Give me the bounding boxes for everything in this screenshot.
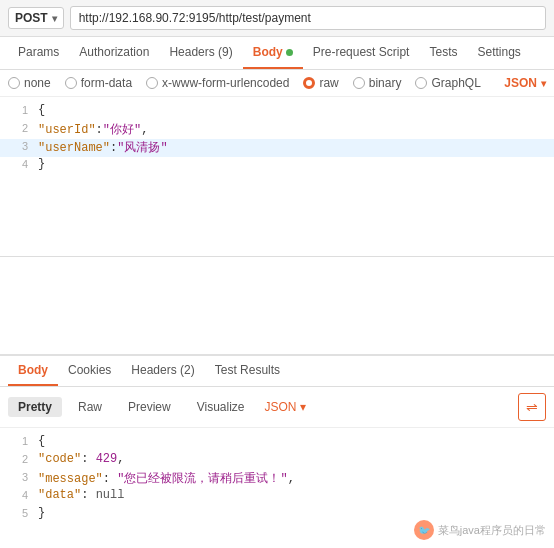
req-linenum-4: 4 [8,157,28,170]
format-binary-label: binary [369,76,402,90]
format-graphql[interactable]: GraphQL [415,76,480,90]
resp-tab-body[interactable]: Body [8,356,58,386]
req-line-1: 1 { [0,103,554,121]
resp-wrap-icon[interactable]: ⇌ [518,393,546,421]
method-select[interactable]: POST ▾ [8,7,64,29]
format-urlencoded[interactable]: x-www-form-urlencoded [146,76,289,90]
json-format-select[interactable]: JSON ▾ [504,76,546,90]
req-line-3: 3 "userName":"风清扬" [0,139,554,157]
resp-tab-test-results[interactable]: Test Results [205,356,290,386]
request-tabs-row: Params Authorization Headers (9) Body Pr… [0,37,554,70]
main-container: POST ▾ Params Authorization Headers (9) … [0,0,554,548]
response-tabs-row: Body Cookies Headers (2) Test Results [0,356,554,387]
radio-urlencoded [146,77,158,89]
resp-linecontent-5: } [38,506,45,520]
tab-settings[interactable]: Settings [467,37,530,69]
tab-pre-request[interactable]: Pre-request Script [303,37,420,69]
resp-tab-cookies[interactable]: Cookies [58,356,121,386]
req-linecontent-3: "userName":"风清扬" [38,139,168,156]
req-linenum-2: 2 [8,121,28,134]
req-linenum-1: 1 [8,103,28,116]
json-dropdown-arrow: ▾ [541,78,546,89]
url-bar: POST ▾ [0,0,554,37]
resp-icon-symbol: ⇌ [526,399,538,415]
req-linecontent-2: "userId":"你好", [38,121,148,138]
resp-linenum-2: 2 [8,452,28,465]
resp-line-2: 2 "code": 429, [0,452,554,470]
resp-linenum-1: 1 [8,434,28,447]
req-linecontent-1: { [38,103,45,117]
format-raw-label: raw [319,76,338,90]
resp-linecontent-2: "code": 429, [38,452,124,466]
tab-authorization[interactable]: Authorization [69,37,159,69]
format-binary[interactable]: binary [353,76,402,90]
resp-btn-preview[interactable]: Preview [118,397,181,417]
json-format-label: JSON [504,76,537,90]
watermark: 🐦 菜鸟java程序员的日常 [414,520,546,540]
tab-tests[interactable]: Tests [419,37,467,69]
format-form-data-label: form-data [81,76,132,90]
format-none[interactable]: none [8,76,51,90]
tab-params[interactable]: Params [8,37,69,69]
watermark-text: 菜鸟java程序员的日常 [438,523,546,538]
format-none-label: none [24,76,51,90]
watermark-icon: 🐦 [414,520,434,540]
resp-format-row: Pretty Raw Preview Visualize JSON ▾ ⇌ [0,387,554,428]
resp-btn-raw[interactable]: Raw [68,397,112,417]
resp-line-3: 3 "message": "您已经被限流，请稍后重试！", [0,470,554,488]
resp-tab-headers[interactable]: Headers (2) [121,356,204,386]
radio-graphql [415,77,427,89]
resp-linenum-5: 5 [8,506,28,519]
radio-form-data [65,77,77,89]
resp-linecontent-4: "data": null [38,488,124,502]
req-line-2: 2 "userId":"你好", [0,121,554,139]
req-linecontent-4: } [38,157,45,171]
method-label: POST [15,11,48,25]
request-body-editor[interactable]: 1 { 2 "userId":"你好", 3 "userName":"风清扬" … [0,97,554,257]
resp-line-1: 1 { [0,434,554,452]
resp-btn-pretty[interactable]: Pretty [8,397,62,417]
url-input[interactable] [70,6,546,30]
body-dot-indicator [286,49,293,56]
resp-json-select[interactable]: JSON ▾ [265,400,306,414]
req-linenum-3: 3 [8,139,28,152]
resp-linenum-3: 3 [8,470,28,483]
format-urlencoded-label: x-www-form-urlencoded [162,76,289,90]
req-line-4: 4 } [0,157,554,175]
tab-body-label: Body [253,45,283,59]
resp-linecontent-1: { [38,434,45,448]
format-graphql-label: GraphQL [431,76,480,90]
radio-raw [303,77,315,89]
format-form-data[interactable]: form-data [65,76,132,90]
format-row: none form-data x-www-form-urlencoded raw… [0,70,554,97]
empty-area [0,257,554,354]
tab-headers[interactable]: Headers (9) [159,37,242,69]
tab-body[interactable]: Body [243,37,303,69]
radio-none [8,77,20,89]
method-dropdown-arrow: ▾ [52,13,57,24]
radio-binary [353,77,365,89]
resp-linecontent-3: "message": "您已经被限流，请稍后重试！", [38,470,295,487]
resp-json-label: JSON [265,400,297,414]
resp-linenum-4: 4 [8,488,28,501]
format-raw[interactable]: raw [303,76,338,90]
resp-json-arrow: ▾ [300,400,306,414]
resp-btn-visualize[interactable]: Visualize [187,397,255,417]
resp-line-4: 4 "data": null [0,488,554,506]
bottom-section: Body Cookies Headers (2) Test Results Pr… [0,354,554,548]
